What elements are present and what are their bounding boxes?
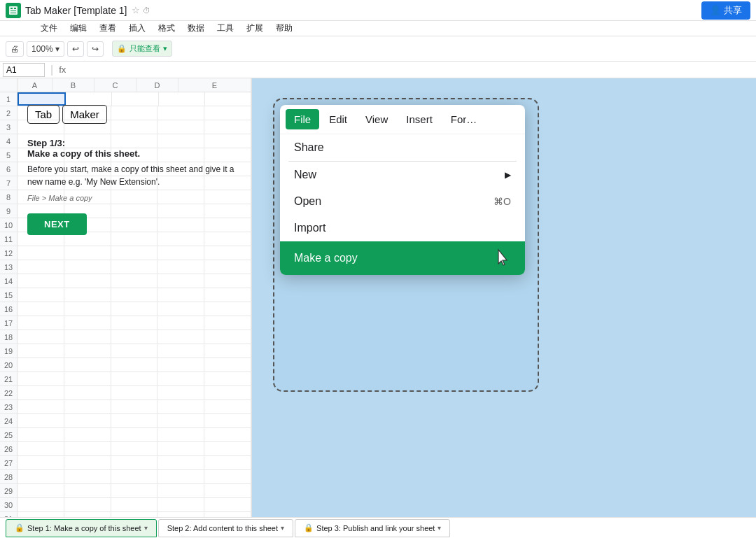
zoom-selector[interactable]: 100% ▾ (27, 41, 64, 57)
dropdown-menu-bar: File Edit View Insert For… (280, 105, 525, 134)
row-num-29: 29 (0, 484, 17, 498)
row-num-4: 4 (0, 134, 17, 148)
menu-file[interactable]: 文件 (35, 21, 63, 36)
bottom-tab-step1[interactable]: 🔒 Step 1: Make a copy of this sheet ▾ (6, 519, 157, 537)
panel-content: Tab Maker Step 1/3: Make a copy of this … (18, 92, 251, 242)
readonly-button[interactable]: 🔒 只能查看 ▾ (112, 41, 172, 57)
menu-edit[interactable]: 编辑 (64, 21, 92, 36)
bottom-tab-step3[interactable]: 🔒 Step 3: Publish and link your sheet ▾ (295, 519, 450, 537)
share-button[interactable]: 👤 共享 (701, 1, 750, 20)
toolbar: 🖨 100% ▾ ↩ ↪ 🔒 只能查看 ▾ (0, 36, 756, 62)
logo-maker: Maker (62, 105, 107, 124)
menu-item-open[interactable]: Open ⌘O (280, 188, 525, 215)
row-num-7: 7 (0, 176, 17, 190)
cell-address-input[interactable] (3, 63, 45, 77)
step-title: Step 1/3: Make a copy of this sheet. (27, 138, 241, 159)
app-icon (6, 3, 21, 18)
grid-content-area: Tab Maker Step 1/3: Make a copy of this … (18, 92, 251, 517)
menu-insert[interactable]: 插入 (123, 21, 151, 36)
col-d: D (136, 78, 178, 92)
svg-rect-4 (10, 13, 16, 13)
tab1-label: Step 1: Make a copy of this sheet (27, 524, 141, 532)
row-num-22: 22 (0, 386, 17, 400)
menu-view[interactable]: 查看 (94, 21, 122, 36)
grid-row-18 (18, 330, 251, 344)
menu-extensions[interactable]: 扩展 (241, 21, 269, 36)
undo-button[interactable]: ↩ (67, 41, 84, 57)
menu-item-make-copy[interactable]: Make a copy (280, 241, 525, 275)
menu-tools[interactable]: 工具 (211, 21, 239, 36)
grid-row-25 (18, 428, 251, 442)
row-num-27: 27 (0, 456, 17, 470)
grid-row-28 (18, 470, 251, 484)
menu-item-share[interactable]: Share (280, 134, 525, 161)
row-num-5: 5 (0, 148, 17, 162)
col-c: C (94, 78, 136, 92)
menu-item-import[interactable]: Import (280, 215, 525, 241)
row-num-18: 18 (0, 330, 17, 344)
dropdown-format-menu[interactable]: For… (442, 109, 486, 129)
grid-row-22 (18, 386, 251, 400)
print-button[interactable]: 🖨 (6, 41, 24, 57)
col-b: B (52, 78, 94, 92)
step-desc-text: Before you start, make a copy of this sh… (27, 163, 241, 188)
row-num-6: 6 (0, 162, 17, 176)
row-num-31: 31 (0, 512, 17, 517)
row-num-30: 30 (0, 498, 17, 512)
star-icon[interactable]: ☆ (132, 5, 140, 15)
grid-row-26 (18, 442, 251, 456)
menu-data[interactable]: 数据 (182, 21, 210, 36)
step-description: Before you start, make a copy of this sh… (27, 163, 241, 188)
grid-row-15 (18, 288, 251, 302)
grid-row-16 (18, 302, 251, 316)
bottom-tab-step2[interactable]: Step 2: Add content to this sheet ▾ (158, 519, 293, 537)
row-num-25: 25 (0, 428, 17, 442)
grid-with-content: 1234567891011121314151617181920212223242… (0, 92, 251, 517)
grid-row-17 (18, 316, 251, 330)
row-num-24: 24 (0, 414, 17, 428)
row-num-17: 17 (0, 316, 17, 330)
grid-row-14 (18, 274, 251, 288)
col-e: E (178, 78, 251, 92)
grid-row-20 (18, 358, 251, 372)
menu-help[interactable]: 帮助 (270, 21, 298, 36)
row-num-8: 8 (0, 190, 17, 204)
row-num-3: 3 (0, 120, 17, 134)
next-button[interactable]: NEXT (27, 213, 87, 235)
step-path: File > Make a copy (27, 194, 241, 202)
cell-ref-bar: | fx (0, 62, 756, 78)
row-num-28: 28 (0, 470, 17, 484)
make-copy-label: Make a copy (294, 252, 358, 264)
logo-tab: Tab (27, 105, 59, 124)
tab2-arrow: ▾ (281, 524, 284, 532)
readonly-badge[interactable]: 🔒 只能查看 ▾ (112, 41, 172, 57)
tab3-arrow: ▾ (438, 524, 441, 532)
formula-bar[interactable] (69, 64, 753, 76)
grid-row-27 (18, 456, 251, 470)
dropdown-edit-menu[interactable]: Edit (321, 109, 356, 129)
row-num-1: 1 (0, 92, 17, 106)
row-num-15: 15 (0, 288, 17, 302)
row-num-21: 21 (0, 372, 17, 386)
dropdown-insert-menu[interactable]: Insert (398, 109, 441, 129)
grid-row-19 (18, 344, 251, 358)
dropdown-view-menu[interactable]: View (357, 109, 396, 129)
menu-item-new[interactable]: New ▶ (280, 162, 525, 188)
new-label: New (294, 169, 316, 181)
grid-row-13 (18, 260, 251, 274)
import-label: Import (294, 222, 326, 234)
open-shortcut: ⌘O (493, 196, 511, 207)
menu-format[interactable]: 格式 (153, 21, 181, 36)
step-header: Step 1/3: Make a copy of this sheet. (27, 138, 241, 159)
row-num-2: 2 (0, 106, 17, 120)
redo-button[interactable]: ↪ (87, 41, 104, 57)
row-num-19: 19 (0, 344, 17, 358)
dropdown-file-menu[interactable]: File (286, 109, 319, 129)
lock-icon-1: 🔒 (15, 523, 24, 532)
row-numbers: 1234567891011121314151617181920212223242… (0, 92, 18, 517)
history-icon[interactable]: ⏱ (143, 6, 150, 15)
row-num-26: 26 (0, 442, 17, 456)
bottom-tabs-bar: 🔒 Step 1: Make a copy of this sheet ▾ St… (0, 517, 756, 538)
svg-rect-1 (10, 8, 13, 9)
col-a: A (18, 78, 52, 92)
